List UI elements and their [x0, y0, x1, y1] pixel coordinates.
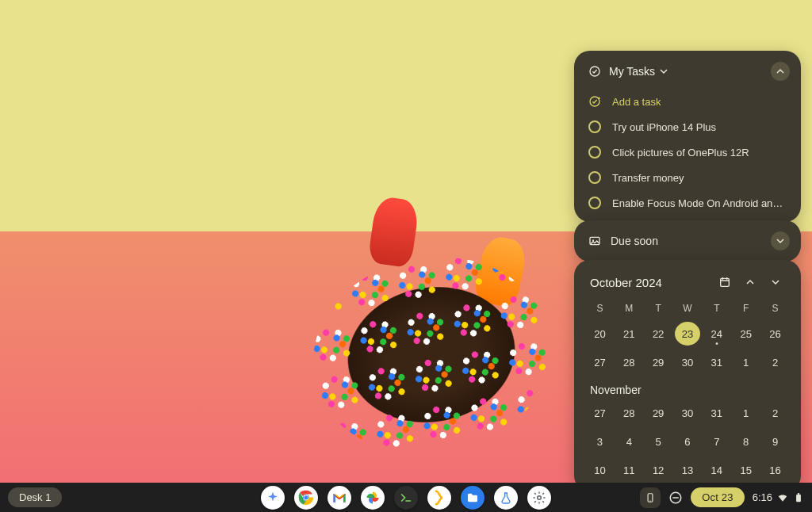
calendar-dow: T	[702, 300, 731, 317]
calendar-dow: F	[731, 300, 760, 317]
calendar-day[interactable]: 14	[704, 458, 730, 482]
calendar-day[interactable]: 29	[645, 401, 671, 425]
tasks-header[interactable]: My Tasks	[574, 62, 801, 89]
svg-rect-14	[798, 493, 799, 495]
add-task-label: Add a task	[612, 96, 661, 108]
ai-sparkle-icon[interactable]	[261, 486, 285, 510]
desk-label: Desk 1	[19, 491, 51, 503]
task-item[interactable]: Enable Focus Mode On Android and Windows…	[574, 190, 801, 216]
status-area[interactable]: 6:16	[753, 491, 804, 503]
calendar-day[interactable]: 12	[645, 458, 671, 482]
due-soon-label: Due soon	[611, 235, 761, 247]
calendar-day[interactable]: 5	[645, 430, 671, 453]
calendar-dow: M	[615, 300, 644, 317]
code-icon[interactable]	[427, 486, 451, 510]
task-item[interactable]: Try out iPhone 14 Plus	[574, 114, 801, 139]
svg-point-10	[538, 495, 542, 499]
gummy-bear-red-icon	[367, 196, 419, 269]
task-label: Transfer money	[612, 172, 684, 184]
wallpaper-subject	[312, 226, 558, 464]
calendar-day[interactable]: 2	[763, 350, 788, 374]
task-label: Click pictures of OnePlus 12R	[612, 147, 749, 159]
calendar-day[interactable]: 26	[763, 322, 788, 346]
calendar-day[interactable]: 21	[616, 322, 642, 346]
date-pill[interactable]: Oct 23	[691, 487, 745, 507]
next-month-button[interactable]	[766, 273, 785, 292]
sprinkle-cookie-icon	[297, 239, 565, 471]
prev-month-button[interactable]	[741, 273, 760, 292]
calendar-day[interactable]: 9	[763, 430, 788, 453]
svg-rect-4	[721, 278, 730, 286]
calendar-day[interactable]: 1	[733, 401, 759, 425]
calendar-day[interactable]: 16	[763, 458, 788, 482]
calendar-day[interactable]: 20	[587, 322, 612, 346]
calendar-next-month-label: November	[585, 374, 790, 401]
calendar-panel: October 2024 SMTWTFS20212223242526272829…	[574, 260, 801, 491]
calendar-day[interactable]: 2	[763, 401, 788, 425]
gmail-icon[interactable]	[327, 486, 351, 510]
calendar-day[interactable]: 23	[675, 322, 700, 346]
photos-icon[interactable]	[361, 486, 385, 510]
calendar-day[interactable]: 8	[733, 430, 759, 453]
calendar-day[interactable]: 31	[704, 350, 730, 374]
calendar-day[interactable]: 4	[616, 430, 642, 453]
calendar-day[interactable]: 30	[675, 350, 700, 374]
calendar-day[interactable]: 7	[704, 430, 730, 453]
task-label: Try out iPhone 14 Plus	[612, 121, 716, 133]
caret-down-icon	[660, 67, 668, 75]
task-checkbox[interactable]	[588, 171, 601, 184]
add-task-button[interactable]: Add a task	[574, 89, 801, 114]
calendar-day[interactable]: 3	[587, 430, 612, 453]
terminal-icon[interactable]	[394, 486, 418, 510]
tasks-title: My Tasks	[609, 65, 655, 78]
check-circle-icon	[588, 65, 601, 78]
collapse-button[interactable]	[771, 62, 790, 81]
calendar-day[interactable]: 10	[587, 458, 612, 482]
files-icon[interactable]	[461, 486, 485, 510]
calendar-month-label: October 2024	[590, 276, 709, 289]
shelf-apps	[261, 486, 551, 510]
date-label: Oct 23	[702, 491, 733, 503]
today-button[interactable]	[715, 273, 734, 292]
task-item[interactable]: Transfer money	[574, 165, 801, 190]
image-icon	[588, 235, 601, 247]
calendar-day[interactable]: 27	[587, 401, 612, 425]
calendar-dow: S	[585, 300, 615, 317]
task-item[interactable]: Click pictures of OnePlus 12R	[574, 139, 801, 165]
calendar-day[interactable]: 29	[645, 350, 671, 374]
calendar-day[interactable]: 28	[616, 401, 642, 425]
task-checkbox[interactable]	[588, 120, 601, 133]
task-checkbox[interactable]	[588, 197, 601, 209]
labs-icon[interactable]	[494, 486, 518, 510]
calendar-dow: S	[760, 300, 790, 317]
calendar-day[interactable]: 28	[616, 350, 642, 374]
desk-switcher[interactable]: Desk 1	[8, 487, 62, 507]
shelf: Desk 1	[0, 483, 812, 512]
task-label: Enable Focus Mode On Android and Windows…	[612, 197, 787, 209]
due-soon-section[interactable]: Due soon	[574, 220, 801, 262]
add-task-icon	[588, 95, 601, 108]
tasks-panel: My Tasks Add a task Try out iPhone 14 Pl…	[574, 51, 801, 222]
calendar-day[interactable]: 24	[704, 322, 730, 346]
chrome-icon[interactable]	[294, 486, 318, 510]
calendar-dow: T	[644, 300, 673, 317]
calendar-day[interactable]: 6	[675, 430, 700, 453]
calendar-day[interactable]: 11	[616, 458, 642, 482]
calendar-day[interactable]: 31	[704, 401, 730, 425]
expand-button[interactable]	[771, 231, 790, 250]
wifi-icon	[777, 492, 788, 503]
time-label: 6:16	[753, 491, 772, 503]
calendar-day[interactable]: 1	[733, 350, 759, 374]
calendar-day[interactable]: 13	[675, 458, 700, 482]
calendar-day[interactable]: 22	[645, 322, 671, 346]
calendar-day[interactable]: 25	[733, 322, 759, 346]
phone-hub-icon[interactable]	[640, 487, 661, 508]
calendar-grid: SMTWTFS20212223242526272829303112	[585, 300, 790, 374]
dnd-icon[interactable]	[668, 491, 683, 505]
settings-icon[interactable]	[527, 486, 551, 510]
calendar-day[interactable]: 15	[733, 458, 759, 482]
calendar-day[interactable]: 27	[587, 350, 612, 374]
calendar-day[interactable]: 30	[675, 401, 700, 425]
svg-point-8	[304, 495, 308, 499]
task-checkbox[interactable]	[588, 146, 601, 159]
